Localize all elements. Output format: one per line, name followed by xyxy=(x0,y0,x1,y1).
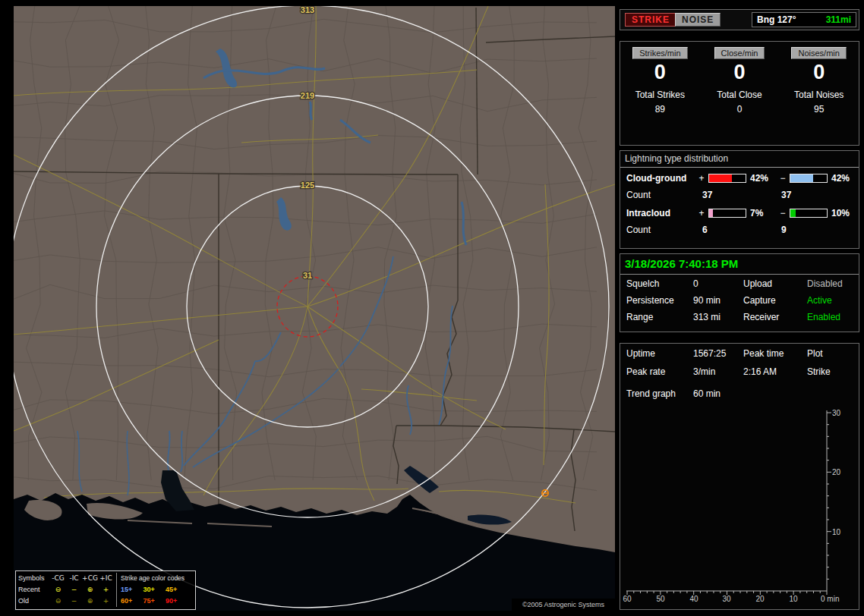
range-label: 125 xyxy=(301,181,314,190)
x-tick-label: 10 xyxy=(789,595,798,603)
neg-cg-icon: ⊖ xyxy=(50,596,66,607)
age-badge: 45+ xyxy=(166,584,186,596)
capture-label: Capture xyxy=(743,293,807,308)
legend-col-neg-ic: -IC xyxy=(66,573,82,584)
close-column: Close/min 0 Total Close 0 xyxy=(700,42,780,145)
intracloud-count-row: Count 6 9 xyxy=(620,222,859,237)
cloud-ground-row: Cloud-ground + 42% − 42% xyxy=(620,170,859,186)
range-label: Range xyxy=(626,310,693,325)
ic-positive-bar-fill xyxy=(709,209,713,217)
legend-row-label: Old xyxy=(18,596,50,607)
strikes-column: Strikes/min 0 Total Strikes 89 xyxy=(620,42,700,145)
legend-col-neg-cg: -CG xyxy=(50,573,66,584)
map-area: 313 219 125 31 ©2005 Astrogenic Systems … xyxy=(14,6,615,611)
bearing-range-value: 311mi xyxy=(826,14,851,25)
x-tick-label: 60 xyxy=(623,595,632,603)
count-label: Count xyxy=(626,190,696,200)
strike-indicator-button[interactable]: STRIKE xyxy=(625,13,676,27)
cg-positive-pct: 42% xyxy=(748,173,777,184)
trend-graph-label: Trend graph xyxy=(626,386,693,401)
status-row: Range 313 mi Receiver Enabled xyxy=(620,310,859,325)
trend-graph-header: Trend graph 60 min xyxy=(620,386,859,401)
peak-time-label: Peak time xyxy=(743,345,807,362)
system-datetime: 3/18/2026 7:40:18 PM xyxy=(620,254,859,274)
persistence-label: Persistence xyxy=(626,293,693,308)
cloud-ground-label: Cloud-ground xyxy=(626,173,696,184)
cg-negative-count: 37 xyxy=(775,190,854,200)
squelch-label: Squelch xyxy=(626,276,693,291)
cg-positive-bar-fill xyxy=(709,174,732,182)
total-close-label: Total Close xyxy=(700,90,780,100)
bearing-display: Bng 127° 311mi xyxy=(752,12,856,27)
age-badge: 60+ xyxy=(121,596,141,607)
intracloud-label: Intracloud xyxy=(626,208,696,218)
range-label: 31 xyxy=(303,271,312,280)
ic-positive-bar xyxy=(708,209,746,218)
stats-row: Peak rate 3/min 2:16 AM Strike xyxy=(620,363,859,380)
noise-indicator-button[interactable]: NOISE xyxy=(675,13,721,27)
trend-window-value: 60 min xyxy=(693,386,721,401)
total-strikes-value: 89 xyxy=(620,104,700,115)
plot-label: Plot xyxy=(807,345,823,362)
range-value: 313 mi xyxy=(693,310,743,325)
plot-mode-value: Strike xyxy=(807,363,831,380)
uptime-value: 1567:25 xyxy=(693,345,743,362)
receiver-status: Enabled xyxy=(807,310,840,325)
noises-per-min-value: 0 xyxy=(779,61,859,83)
copyright-strip: ©2005 Astrogenic Systems xyxy=(512,599,615,611)
peak-time-value: 2:16 AM xyxy=(743,363,807,380)
stats-row: Uptime 1567:25 Peak time Plot xyxy=(620,345,859,362)
total-close-value: 0 xyxy=(700,104,780,115)
peak-rate-label: Peak rate xyxy=(626,363,693,380)
trend-graph: 30 20 10 60 50 40 30 20 10 0 min xyxy=(622,403,859,606)
upload-status: Disabled xyxy=(807,276,843,291)
pos-cg-icon: ⊕ xyxy=(82,584,98,596)
age-badge: 75+ xyxy=(143,596,164,607)
plus-sign: + xyxy=(696,173,707,184)
strikes-per-min-value: 0 xyxy=(620,61,700,83)
upload-label: Upload xyxy=(743,276,807,291)
cg-positive-bar xyxy=(708,174,746,183)
close-per-min-button[interactable]: Close/min xyxy=(714,47,765,59)
pos-cg-icon: ⊕ xyxy=(82,596,98,607)
x-tick-label: 20 xyxy=(755,595,765,603)
bearing-value: Bng 127° xyxy=(757,14,796,25)
legend-recent-row: Recent ⊖ − ⊕ + 15+ 30+ 45+ xyxy=(18,584,193,596)
legend-header-row: Symbols -CG -IC +CG +IC Strike age color… xyxy=(18,573,193,584)
x-tick-label: 40 xyxy=(689,595,698,603)
cg-negative-bar-fill xyxy=(790,174,813,182)
cg-positive-count: 37 xyxy=(696,190,775,200)
ic-negative-count: 9 xyxy=(775,225,854,235)
legend-symbols-header: Symbols xyxy=(18,573,50,584)
pos-ic-icon: + xyxy=(98,596,114,607)
ic-negative-bar-fill xyxy=(790,209,796,217)
plus-sign: + xyxy=(696,208,707,218)
divider xyxy=(620,274,859,275)
strikes-per-min-button[interactable]: Strikes/min xyxy=(632,47,687,59)
neg-cg-icon: ⊖ xyxy=(50,584,66,596)
distribution-title: Lightning type distribution xyxy=(620,151,859,168)
x-tick-label: 50 xyxy=(656,595,665,603)
noises-per-min-button[interactable]: Noises/min xyxy=(791,47,846,59)
squelch-value: 0 xyxy=(693,276,743,291)
status-row: Persistence 90 min Capture Active xyxy=(620,293,859,308)
legend-recent-ages: 15+ 30+ 45+ xyxy=(116,584,186,596)
cloud-ground-count-row: Count 37 37 xyxy=(620,187,859,203)
stats-trend-panel: Uptime 1567:25 Peak time Plot Peak rate … xyxy=(620,343,859,610)
map-legend: Symbols -CG -IC +CG +IC Strike age color… xyxy=(15,570,196,610)
legend-old-row: Old ⊖ − ⊕ + 60+ 75+ 90+ xyxy=(18,596,193,607)
y-tick-label: 10 xyxy=(832,528,841,536)
total-noises-label: Total Noises xyxy=(779,90,859,100)
minus-sign: − xyxy=(777,173,788,184)
nexstorm-window: 313 219 125 31 ©2005 Astrogenic Systems … xyxy=(0,0,864,616)
legend-old-ages: 60+ 75+ 90+ xyxy=(116,596,186,607)
legend-col-pos-ic: +IC xyxy=(98,573,114,584)
lightning-distribution-panel: Lightning type distribution Cloud-ground… xyxy=(620,150,859,249)
age-badge: 30+ xyxy=(143,584,164,596)
age-badge: 15+ xyxy=(121,584,141,596)
age-badge: 90+ xyxy=(166,596,186,607)
minus-sign: − xyxy=(777,208,788,218)
lightning-map[interactable]: 313 219 125 31 ©2005 Astrogenic Systems xyxy=(14,6,615,611)
counters-panel: Strikes/min 0 Total Strikes 89 Close/min… xyxy=(620,41,859,146)
range-label: 219 xyxy=(301,91,314,100)
